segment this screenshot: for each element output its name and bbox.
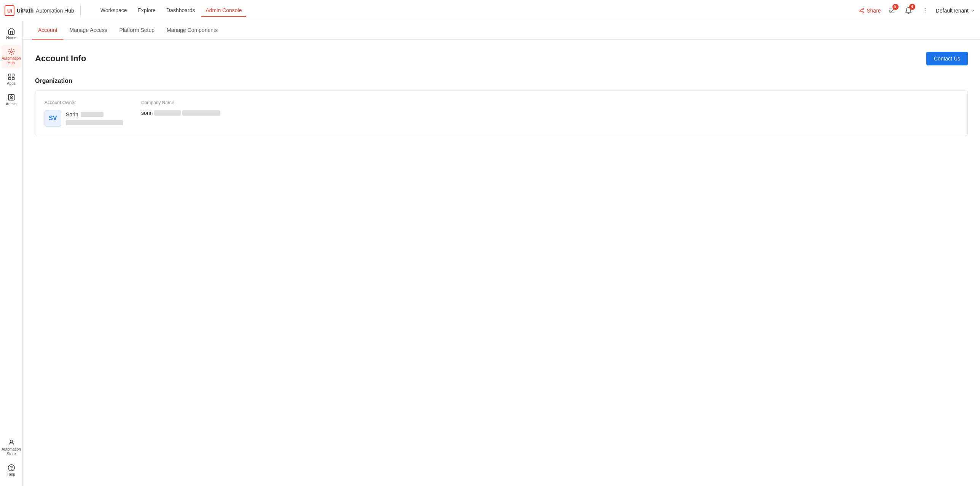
sidebar-item-home[interactable]: Home <box>2 24 21 43</box>
uipath-logo[interactable]: Ui UiPath Automation Hub <box>5 5 74 16</box>
chevron-down-icon <box>970 8 975 13</box>
sidebar-top: Home Automation Hub <box>2 24 21 110</box>
page-content: Account Info Contact Us Organization Acc… <box>23 40 980 486</box>
sidebar-bottom: Automation Store Help <box>2 436 21 480</box>
share-button[interactable]: Share <box>858 8 881 14</box>
svg-line-3 <box>860 11 862 12</box>
svg-point-19 <box>8 465 14 471</box>
company-name-label: Company Name <box>141 100 220 105</box>
page-title: Account Info <box>35 54 86 64</box>
organization-card: Account Owner SV Sorin <box>35 91 968 136</box>
page-header: Account Info Contact Us <box>35 52 968 65</box>
automation-hub-icon <box>8 48 15 56</box>
owner-last-name-blurred <box>81 112 104 117</box>
top-right: Share 5 4 <box>858 5 975 17</box>
admin-icon <box>8 94 15 101</box>
svg-rect-14 <box>8 78 11 80</box>
logo-area: Ui UiPath Automation Hub <box>5 5 87 17</box>
avatar: SV <box>45 110 61 127</box>
share-label: Share <box>867 8 881 14</box>
sidebar-apps-label: Apps <box>7 81 16 86</box>
logo-divider <box>80 5 81 17</box>
logo-box: Ui <box>5 5 14 16</box>
sidebar: Home Automation Hub <box>0 21 23 486</box>
logo-brand: UiPath <box>17 8 33 14</box>
sidebar-item-help[interactable]: Help <box>2 461 21 480</box>
owner-name: Sorin <box>66 111 123 118</box>
nav-dashboards[interactable]: Dashboards <box>162 4 200 17</box>
owner-first-name: Sorin <box>66 111 78 118</box>
svg-point-10 <box>925 13 926 13</box>
account-owner-field: Account Owner SV Sorin <box>45 100 123 127</box>
sidebar-item-apps[interactable]: Apps <box>2 70 21 89</box>
svg-point-17 <box>10 96 12 98</box>
account-owner-row: SV Sorin <box>45 110 123 127</box>
svg-rect-13 <box>12 74 14 76</box>
more-vertical-icon <box>921 7 929 14</box>
apps-icon <box>8 73 15 81</box>
sidebar-admin-label: Admin <box>6 102 16 106</box>
account-owner-label: Account Owner <box>45 100 123 105</box>
company-name-prefix: sorin <box>141 110 153 116</box>
sidebar-help-label: Help <box>7 472 15 477</box>
notifications-badge: 4 <box>909 4 915 10</box>
sidebar-item-admin[interactable]: Admin <box>2 91 21 110</box>
home-icon <box>8 27 15 35</box>
app-shell: Ui UiPath Automation Hub Workspace Explo… <box>0 0 980 486</box>
sidebar-home-label: Home <box>6 36 16 40</box>
sidebar-item-automation-hub[interactable]: Automation Hub <box>2 45 21 68</box>
tasks-button[interactable]: 5 <box>886 5 898 17</box>
tenant-label: DefaultTenant <box>936 8 969 14</box>
subnav-platform-setup[interactable]: Platform Setup <box>113 21 161 40</box>
svg-rect-15 <box>12 78 14 80</box>
svg-rect-16 <box>8 95 14 100</box>
sidebar-automation-hub-label: Automation Hub <box>2 56 21 65</box>
content-area: Account Manage Access Platform Setup Man… <box>23 21 980 486</box>
owner-email <box>66 119 123 125</box>
nav-admin-console[interactable]: Admin Console <box>201 4 247 17</box>
svg-point-11 <box>10 51 12 53</box>
notifications-button[interactable]: 4 <box>902 5 915 17</box>
subnav-manage-access[interactable]: Manage Access <box>64 21 113 40</box>
owner-info: Sorin <box>66 111 123 125</box>
company-name-blurred2 <box>182 110 220 116</box>
svg-line-4 <box>860 9 862 10</box>
svg-point-9 <box>925 10 926 11</box>
main-area: Home Automation Hub <box>0 21 980 486</box>
company-name-value: sorin <box>141 110 220 116</box>
subnav-account[interactable]: Account <box>32 21 64 40</box>
more-menu-button[interactable] <box>919 5 931 17</box>
org-card-inner: Account Owner SV Sorin <box>45 100 958 127</box>
top-bar: Ui UiPath Automation Hub Workspace Explo… <box>0 0 980 21</box>
sub-nav: Account Manage Access Platform Setup Man… <box>23 21 980 40</box>
logo-product: Automation Hub <box>36 8 74 14</box>
sidebar-item-automation-store[interactable]: Automation Store <box>2 436 21 459</box>
share-icon <box>858 8 864 14</box>
company-name-blurred1 <box>154 110 181 116</box>
section-organization-title: Organization <box>35 78 968 84</box>
sidebar-store-label: Automation Store <box>2 447 21 456</box>
nav-workspace[interactable]: Workspace <box>96 4 132 17</box>
logo-ui: Ui <box>7 8 12 14</box>
owner-email-blurred <box>66 120 123 125</box>
nav-explore[interactable]: Explore <box>133 4 160 17</box>
tenant-selector[interactable]: DefaultTenant <box>936 8 975 14</box>
tasks-badge: 5 <box>892 4 899 10</box>
svg-rect-12 <box>8 74 11 76</box>
company-name-field: Company Name sorin <box>141 100 220 127</box>
help-icon <box>8 464 15 472</box>
contact-us-button[interactable]: Contact Us <box>926 52 968 65</box>
subnav-manage-components[interactable]: Manage Components <box>161 21 224 40</box>
top-nav: Workspace Explore Dashboards Admin Conso… <box>96 4 858 17</box>
store-icon <box>8 439 15 446</box>
svg-point-8 <box>925 8 926 9</box>
